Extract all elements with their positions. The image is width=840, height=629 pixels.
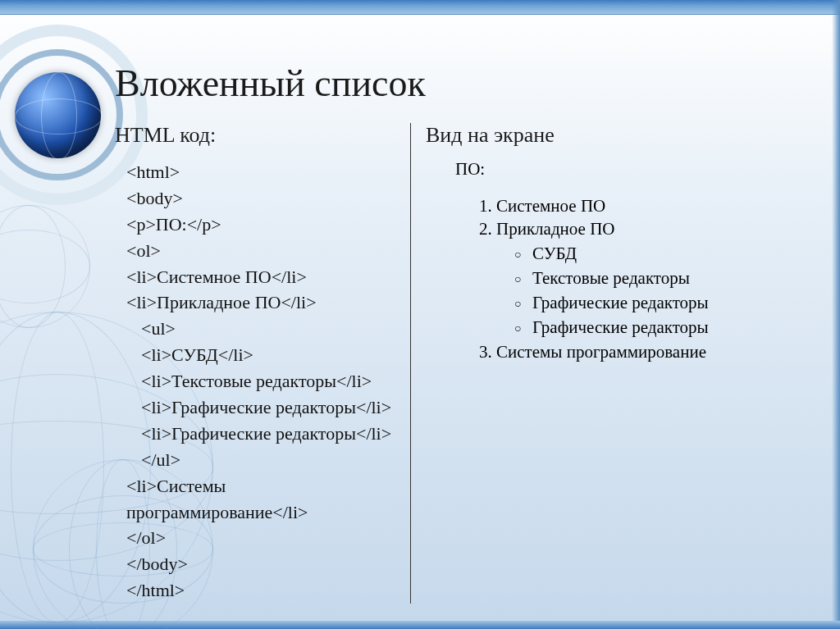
left-column: HTML код: <html> <body> <p>ПО:</p> <ol> … <box>115 123 410 604</box>
two-column-layout: HTML код: <html> <body> <p>ПО:</p> <ol> … <box>115 123 807 604</box>
list-item: Графические редакторы <box>532 317 807 338</box>
code-line: <li>Системное ПО</li> <box>126 264 402 290</box>
rendered-output: ПО: Системное ПО Прикладное ПО СУБД Текс… <box>426 159 807 362</box>
code-line: <body> <box>126 185 402 212</box>
left-column-header: HTML код: <box>115 123 402 148</box>
code-line: </ol> <box>126 525 402 551</box>
list-item: Текстовые редакторы <box>532 268 807 289</box>
code-line: <html> <box>126 159 402 185</box>
list-item-label: Прикладное ПО <box>496 219 615 239</box>
list-item: Графические редакторы <box>532 293 807 313</box>
output-heading: ПО: <box>455 159 807 180</box>
unordered-sublist: СУБД Текстовые редакторы Графические ред… <box>496 244 807 338</box>
html-code-block: <html> <body> <p>ПО:</p> <ol> <li>Систем… <box>115 159 402 604</box>
code-line: <li>СУБД</li> <box>126 342 402 368</box>
slide-title: Вложенный список <box>115 62 807 105</box>
right-column: Вид на экране ПО: Системное ПО Прикладно… <box>410 123 807 604</box>
code-line: </body> <box>126 551 402 577</box>
list-item: Системы программирование <box>496 342 807 362</box>
slide-content: Вложенный список HTML код: <html> <body>… <box>0 0 840 629</box>
list-item: Системное ПО <box>496 196 807 217</box>
code-line: <li>Текстовые редакторы</li> <box>126 368 402 394</box>
list-item: Прикладное ПО СУБД Текстовые редакторы Г… <box>496 219 807 338</box>
list-item: СУБД <box>532 244 807 264</box>
right-column-header: Вид на экране <box>426 123 807 148</box>
code-line: </ul> <box>126 447 402 473</box>
ordered-list: Системное ПО Прикладное ПО СУБД Текстовы… <box>459 196 807 362</box>
code-line: <li>Прикладное ПО</li> <box>126 289 402 316</box>
code-line: <ul> <box>126 316 402 342</box>
code-line: <li>Системы программирование</li> <box>126 473 402 526</box>
code-line: <li>Графические редакторы</li> <box>126 421 402 447</box>
code-line: <p>ПО:</p> <box>126 212 402 238</box>
code-line: <ol> <box>126 238 402 264</box>
code-line: <li>Графические редакторы</li> <box>126 394 402 421</box>
code-line: </html> <box>126 577 402 604</box>
